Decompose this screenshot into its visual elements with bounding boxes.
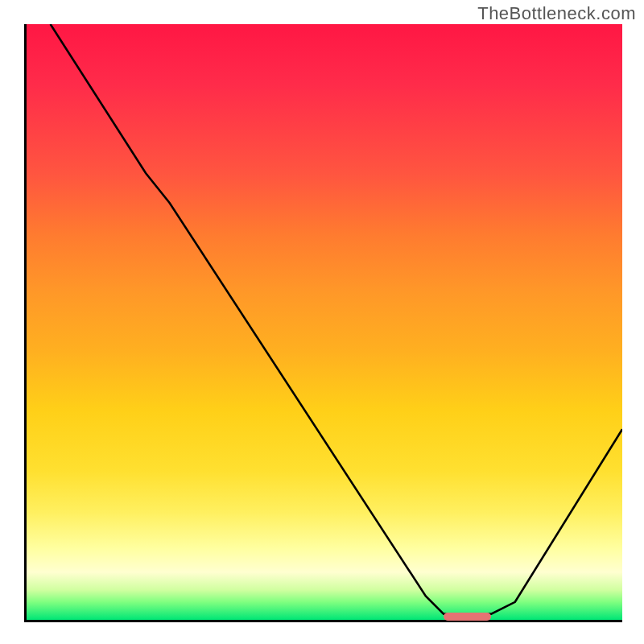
chart-plot-area [24, 24, 622, 622]
optimum-range-marker [444, 613, 491, 621]
bottleneck-curve [27, 24, 622, 620]
watermark-text: TheBottleneck.com [477, 3, 636, 24]
curve-path [51, 24, 622, 614]
